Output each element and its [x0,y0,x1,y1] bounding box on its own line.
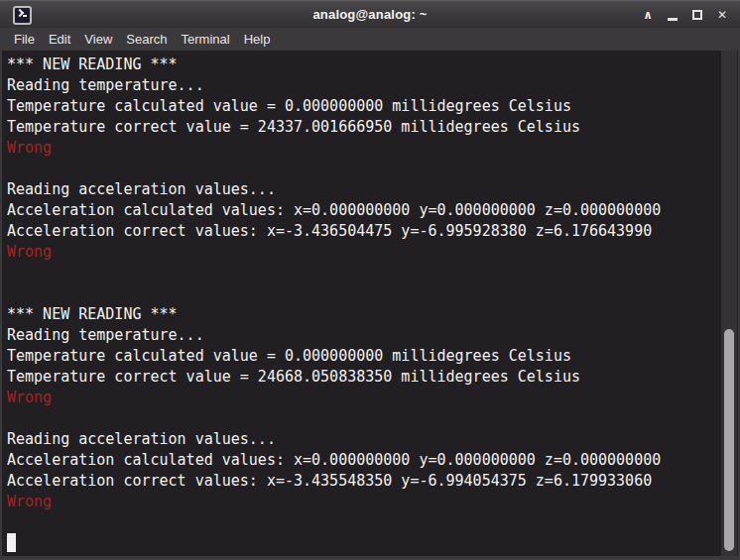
terminal-line [7,533,717,554]
close-button[interactable]: ✕ [714,7,730,23]
menu-view[interactable]: View [77,30,119,49]
terminal-line: Wrong [7,138,717,159]
terminal-line: Acceleration correct values: x=-3.436504… [7,221,717,242]
close-icon: ✕ [717,8,727,22]
terminal-window: analog@analog: ~ ∧ ✕ File Edit View Sear… [0,0,740,560]
terminal-line [7,408,717,429]
terminal-line: *** NEW READING *** [7,304,717,325]
terminal-screen[interactable]: *** NEW READING ***Reading temperature..… [2,51,738,556]
minimize-icon [668,18,678,21]
terminal-line: Temperature correct value = 24668.050838… [7,367,717,388]
window-title: analog@analog: ~ [0,7,740,22]
terminal-line: Wrong [7,242,717,263]
shade-icon: ∧ [643,8,653,22]
shade-button[interactable]: ∧ [640,7,656,23]
terminal-line [7,263,717,283]
maximize-icon [692,10,702,20]
titlebar[interactable]: analog@analog: ~ ∧ ✕ [0,0,740,28]
menubar: File Edit View Search Terminal Help [0,28,740,51]
terminal-line: Temperature calculated value = 0.0000000… [7,346,717,367]
terminal-line: Reading temperature... [7,325,717,346]
terminal-line: Acceleration calculated values: x=0.0000… [7,450,717,471]
terminal-line: Wrong [7,492,717,512]
terminal-line: Reading acceleration values... [7,429,717,450]
terminal-app-icon[interactable] [13,6,32,25]
menu-edit[interactable]: Edit [42,30,77,49]
terminal-line: Reading acceleration values... [7,179,717,200]
terminal-line: Wrong [7,388,717,408]
terminal-output: *** NEW READING ***Reading temperature..… [7,55,717,554]
window-controls: ∧ ✕ [640,1,730,29]
menu-help[interactable]: Help [237,30,278,49]
menu-search[interactable]: Search [119,30,174,49]
menu-file[interactable]: File [7,30,42,49]
scrollbar[interactable] [721,51,737,556]
menu-terminal[interactable]: Terminal [175,30,237,49]
terminal-line: Reading temperature... [7,75,717,96]
terminal-line [7,283,717,304]
terminal-line [7,512,717,533]
scrollbar-thumb[interactable] [724,329,734,551]
terminal-line: Acceleration calculated values: x=0.0000… [7,200,717,221]
terminal-line: *** NEW READING *** [7,55,717,75]
terminal-line: Acceleration correct values: x=-3.435548… [7,471,717,492]
terminal-line: Temperature correct value = 24337.001666… [7,117,717,138]
maximize-button[interactable] [689,7,705,23]
minimize-button[interactable] [665,7,680,23]
terminal-line: Temperature calculated value = 0.0000000… [7,96,717,117]
terminal-cursor [7,533,16,552]
terminal-line [7,159,717,179]
